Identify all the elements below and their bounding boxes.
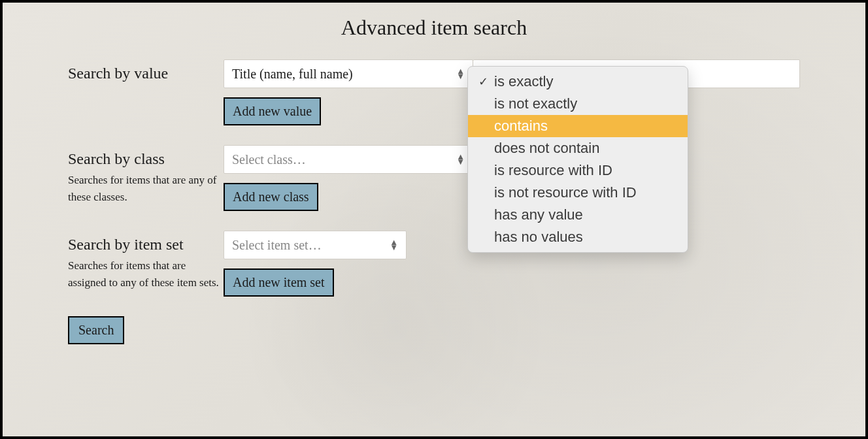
operator-option-label: has any value: [494, 206, 677, 223]
class-select-placeholder: Select class…: [232, 152, 306, 167]
operator-option[interactable]: does not contain: [468, 137, 688, 159]
sort-icon: ▲▼: [456, 154, 465, 165]
operator-option-label: is not resource with ID: [494, 184, 677, 201]
operator-option-label: has no values: [494, 229, 677, 246]
itemset-select[interactable]: Select item set… ▲▼: [224, 231, 407, 259]
add-class-button[interactable]: Add new class: [224, 183, 318, 211]
itemset-desc: Searches for items that are assigned to …: [68, 257, 224, 291]
search-by-itemset-row: Search by item set Searches for items th…: [68, 231, 800, 297]
property-select-value: Title (name, full name): [232, 67, 353, 82]
check-icon: ✓: [478, 74, 494, 89]
search-button[interactable]: Search: [68, 316, 124, 344]
class-label: Search by class: [68, 150, 224, 168]
add-itemset-button[interactable]: Add new item set: [224, 268, 334, 297]
operator-option-label: contains: [494, 118, 677, 135]
add-value-button[interactable]: Add new value: [224, 97, 321, 125]
operator-option-label: is not exactly: [494, 95, 677, 112]
operator-option[interactable]: is resource with ID: [468, 159, 688, 182]
search-by-class-row: Search by class Searches for items that …: [68, 145, 800, 211]
operator-option[interactable]: ✓is exactly: [468, 71, 688, 93]
class-desc: Searches for items that are any of these…: [68, 172, 224, 205]
page-title: Advanced item search: [68, 16, 800, 40]
operator-option[interactable]: has no values: [468, 226, 688, 248]
operator-option[interactable]: is not exactly: [468, 93, 688, 115]
class-select[interactable]: Select class… ▲▼: [224, 145, 473, 174]
sort-icon: ▲▼: [390, 240, 398, 250]
operator-option[interactable]: contains: [468, 115, 688, 137]
sort-icon: ▲▼: [456, 69, 465, 79]
operator-option-label: is resource with ID: [494, 162, 677, 179]
operator-option[interactable]: is not resource with ID: [468, 182, 688, 204]
itemset-select-placeholder: Select item set…: [232, 238, 322, 253]
operator-option-label: is exactly: [494, 73, 677, 90]
search-by-value-row: Search by value Title (name, full name) …: [68, 59, 800, 125]
operator-dropdown[interactable]: ✓is exactlyis not exactlycontainsdoes no…: [467, 66, 688, 253]
value-label: Search by value: [68, 65, 224, 82]
itemset-label: Search by item set: [68, 236, 224, 253]
operator-option[interactable]: has any value: [468, 204, 688, 226]
property-select[interactable]: Title (name, full name) ▲▼: [224, 59, 473, 88]
operator-option-label: does not contain: [494, 140, 677, 157]
